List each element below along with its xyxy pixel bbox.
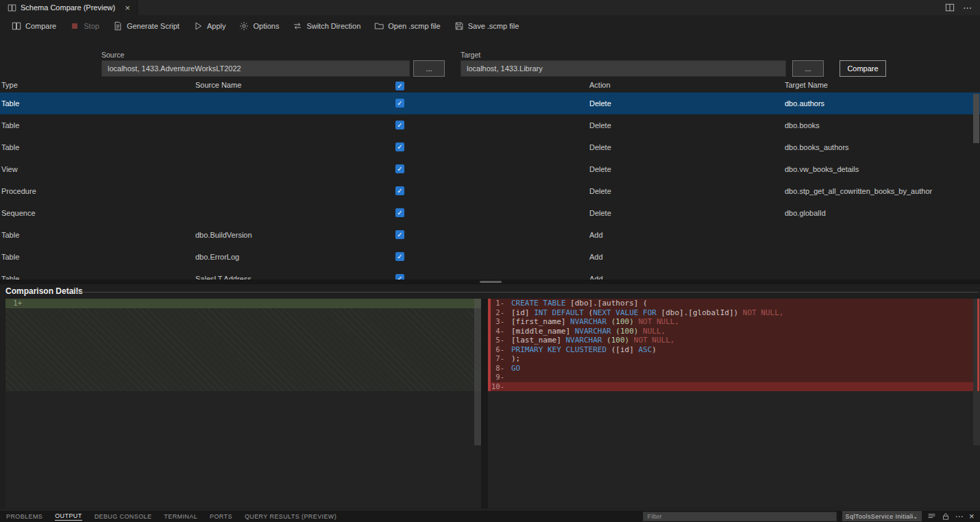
tab-schema-compare[interactable]: Schema Compare (Preview) ×: [0, 0, 138, 15]
compare-button[interactable]: Compare: [840, 60, 886, 77]
table-row[interactable]: ViewDeletedbo.vw_books_details✓: [0, 158, 980, 180]
diff-sash[interactable]: [481, 299, 488, 508]
output-filter-input[interactable]: [643, 512, 837, 521]
target-browse-button[interactable]: ...: [792, 60, 824, 77]
table-row[interactable]: Tabledbo.BuildVersionAdd✓: [0, 224, 980, 246]
panel-tab-label: DEBUG CONSOLE: [95, 513, 152, 520]
code-token: ([id]: [611, 345, 639, 354]
horizontal-splitter[interactable]: [0, 279, 980, 284]
code-token: NOT NULL,: [638, 317, 679, 326]
diff-source-line-number: 1+: [5, 299, 26, 308]
toolbar-apply-button[interactable]: Apply: [187, 18, 232, 34]
cell-action: Add: [589, 253, 603, 261]
diff-line-number: 1-: [488, 299, 511, 308]
comparison-details-title: Comparison Details: [5, 286, 83, 296]
row-include-checkbox[interactable]: ✓: [395, 274, 404, 279]
panel-tab-output[interactable]: OUTPUT: [49, 510, 88, 522]
panel-tab-problems[interactable]: PROBLEMS: [0, 510, 49, 522]
panel-tab-query-results-preview[interactable]: QUERY RESULTS (PREVIEW): [238, 510, 343, 522]
chevron-down-icon: ⌄: [913, 513, 918, 520]
row-include-checkbox[interactable]: ✓: [395, 142, 404, 151]
table-row[interactable]: Tabledbo.ErrorLogAdd✓: [0, 246, 980, 268]
row-include-checkbox[interactable]: ✓: [395, 252, 404, 261]
toolbar-compare-button[interactable]: Compare: [5, 18, 62, 34]
header-checkbox[interactable]: ✓: [395, 82, 404, 90]
cell-action: Delete: [589, 143, 611, 151]
diff-source-scrollbar[interactable]: [474, 299, 481, 445]
source-label: Source: [101, 51, 124, 59]
cell-type: Table: [1, 253, 19, 261]
target-input[interactable]: [461, 60, 786, 77]
column-target-name[interactable]: Target Name: [785, 81, 828, 89]
cell-type: Table: [1, 99, 19, 108]
output-channel-select[interactable]: SqlToolsService Initializ ⌄: [842, 511, 922, 521]
gear-icon: [239, 21, 249, 31]
panel-tab-label: QUERY RESULTS (PREVIEW): [245, 513, 336, 520]
panel-tab-ports[interactable]: PORTS: [204, 510, 238, 522]
tab-title: Schema Compare (Preview): [21, 3, 115, 12]
panel-tab-label: OUTPUT: [55, 512, 82, 521]
toolbar-save-scmp-button[interactable]: Save .scmp file: [448, 18, 526, 34]
split-editor-icon[interactable]: [945, 3, 955, 12]
grid-header: Type Source Name ✓ Action Target Name: [0, 80, 980, 92]
grid-scrollbar-thumb[interactable]: [973, 94, 979, 143]
panel-tab-label: PORTS: [210, 513, 232, 520]
row-include-checkbox[interactable]: ✓: [395, 99, 404, 108]
panel-tab-debug-console[interactable]: DEBUG CONSOLE: [88, 510, 158, 522]
source-input[interactable]: [101, 60, 410, 77]
diff-target-scrollbar[interactable]: [973, 299, 980, 445]
panel-tab-terminal[interactable]: TERMINAL: [158, 510, 204, 522]
splitter-handle[interactable]: [480, 281, 502, 283]
row-include-checkbox[interactable]: ✓: [395, 208, 404, 217]
editor-tab-bar: Schema Compare (Preview) × ⋯: [0, 0, 980, 15]
switch-direction-icon: [293, 21, 302, 31]
source-browse-button[interactable]: ...: [413, 60, 445, 77]
diff-source-pane[interactable]: 1+: [5, 299, 481, 508]
row-include-checkbox[interactable]: ✓: [395, 164, 404, 173]
lock-scroll-icon[interactable]: [942, 512, 950, 521]
toolbar-button-label: Save .scmp file: [468, 22, 519, 30]
toolbar-generate-script-button[interactable]: Generate Script: [107, 18, 186, 34]
cell-type: Procedure: [1, 187, 36, 195]
table-row[interactable]: TableDeletedbo.books_authors✓: [0, 136, 980, 158]
tab-close-icon[interactable]: ×: [125, 3, 130, 13]
table-row[interactable]: TableDeletedbo.books✓: [0, 114, 980, 136]
table-row[interactable]: TableDeletedbo.authors✓: [0, 92, 980, 114]
panel-more-actions-icon[interactable]: ⋯: [955, 512, 964, 521]
column-source-name[interactable]: Source Name: [195, 81, 241, 89]
diff-source-filler-region: [5, 308, 481, 392]
generate-script-icon: [113, 21, 123, 31]
panel-tab-label: TERMINAL: [164, 513, 197, 520]
editor-more-actions-icon[interactable]: ⋯: [963, 3, 972, 13]
clear-output-icon[interactable]: [927, 512, 936, 521]
column-action[interactable]: Action: [589, 81, 611, 89]
cell-action: Delete: [589, 209, 611, 217]
table-row[interactable]: ProcedureDeletedbo.stp_get_all_cowritten…: [0, 180, 980, 202]
schema-compare-tab-icon: [7, 3, 16, 12]
table-row[interactable]: TableSalesLT.AddressAdd✓: [0, 268, 980, 279]
table-row[interactable]: SequenceDeletedbo.globalId✓: [0, 202, 980, 224]
diff-target-pane[interactable]: 1-CREATE TABLE [dbo].[authors] (2-[id] I…: [488, 299, 980, 508]
panel-close-icon[interactable]: ×: [969, 511, 975, 521]
row-include-checkbox[interactable]: ✓: [395, 186, 404, 195]
row-include-checkbox[interactable]: ✓: [395, 230, 404, 239]
toolbar-switch-direction-button[interactable]: Switch Direction: [286, 18, 367, 34]
diff-source-added-line: [5, 299, 481, 308]
diff-code-line: 6-PRIMARY KEY CLUSTERED ([id] ASC): [488, 345, 973, 355]
toolbar-button-label: Options: [253, 22, 279, 30]
code-token: [dbo].[authors] (: [570, 299, 648, 308]
diff-line-number: 7-: [488, 354, 511, 364]
grid-scrollbar[interactable]: [973, 94, 979, 277]
cell-action: Add: [589, 275, 603, 279]
cell-action: Delete: [589, 99, 611, 108]
tabbar-actions: ⋯: [945, 0, 980, 15]
code-token: NVARCHAR: [575, 327, 616, 336]
code-token: (100): [607, 336, 634, 345]
cell-type: View: [1, 165, 18, 173]
row-include-checkbox[interactable]: ✓: [395, 121, 404, 129]
column-type[interactable]: Type: [1, 81, 18, 89]
toolbar-options-button[interactable]: Options: [233, 18, 285, 34]
cell-action: Delete: [589, 187, 611, 195]
schema-compare-window: Schema Compare (Preview) × ⋯ CompareStop…: [0, 0, 980, 522]
toolbar-open-scmp-button[interactable]: Open .scmp file: [368, 18, 446, 34]
